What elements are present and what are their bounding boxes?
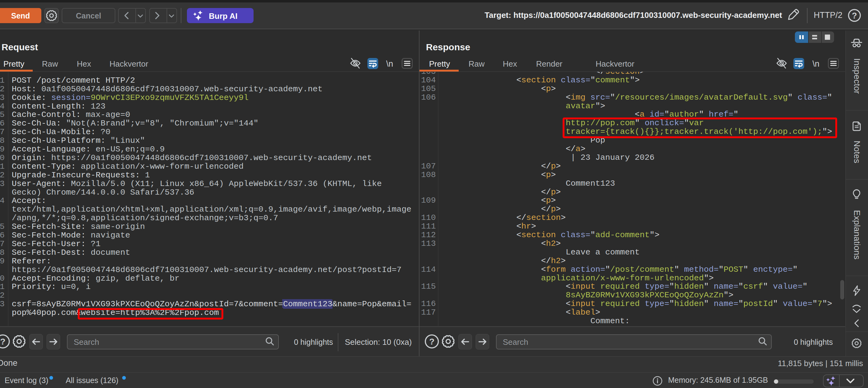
svg-text:?: ?: [429, 337, 434, 346]
svg-text:?: ?: [852, 11, 857, 20]
svg-text:?: ?: [0, 337, 5, 346]
